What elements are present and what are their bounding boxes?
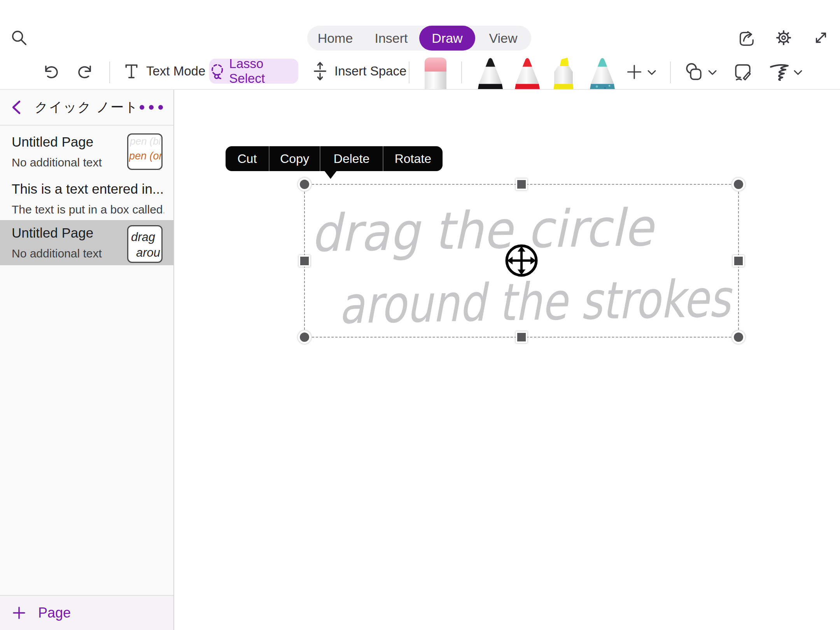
context-menu-pointer bbox=[324, 171, 337, 179]
tab-draw[interactable]: Draw bbox=[419, 26, 475, 51]
resize-handle-bottom-right[interactable] bbox=[732, 331, 745, 344]
top-right-actions bbox=[737, 29, 830, 47]
search-button[interactable] bbox=[10, 29, 28, 47]
chevron-down-icon[interactable] bbox=[707, 69, 718, 77]
page-subtitle: The text is put in a box called... bbox=[12, 203, 164, 216]
shapes-button[interactable] bbox=[684, 61, 705, 82]
resize-handle-bottom-left[interactable] bbox=[298, 331, 311, 344]
insert-space-button[interactable]: Insert Space bbox=[311, 57, 406, 86]
fullscreen-icon[interactable] bbox=[812, 29, 830, 47]
eraser-body bbox=[425, 72, 446, 90]
tab-insert[interactable]: Insert bbox=[363, 26, 419, 51]
svg-text:pen (ora: pen (ora bbox=[129, 150, 163, 162]
resize-handle-left[interactable] bbox=[299, 255, 310, 267]
plus-icon bbox=[12, 606, 26, 620]
share-icon[interactable] bbox=[737, 29, 755, 47]
resize-handle-top-right[interactable] bbox=[732, 178, 745, 191]
page-title: This is a text entered in... bbox=[12, 181, 164, 197]
resize-handle-bottom[interactable] bbox=[516, 331, 527, 343]
insert-space-label: Insert Space bbox=[334, 64, 406, 79]
add-pen-button[interactable] bbox=[626, 64, 642, 80]
ink-effects-button[interactable] bbox=[768, 63, 791, 82]
page-list-sidebar: クイック ノート Untitled Page No additional tex… bbox=[0, 90, 174, 630]
svg-text:arou: arou bbox=[136, 246, 160, 259]
copy-button[interactable]: Copy bbox=[269, 146, 320, 171]
text-mode-label: Text Mode bbox=[146, 64, 205, 79]
resize-handle-top-left[interactable] bbox=[298, 178, 311, 191]
svg-text:pen (bl: pen (bl bbox=[130, 135, 161, 147]
add-page-label: Page bbox=[38, 605, 71, 621]
undo-icon[interactable] bbox=[41, 63, 58, 80]
eraser-tool[interactable] bbox=[425, 58, 446, 90]
page-thumbnail[interactable]: drag arou bbox=[127, 225, 163, 263]
text-mode-icon bbox=[123, 63, 140, 80]
sidebar-header: クイック ノート bbox=[0, 90, 173, 126]
pen-black[interactable] bbox=[473, 57, 508, 90]
back-chevron-icon[interactable] bbox=[10, 100, 23, 115]
page-thumbnail[interactable]: pen (bl pen (ora bbox=[127, 133, 163, 170]
tab-home[interactable]: Home bbox=[307, 26, 363, 51]
page-subtitle: No additional text bbox=[12, 156, 123, 169]
page-list-item[interactable]: This is a text entered in... The text is… bbox=[0, 177, 173, 220]
svg-text:drag: drag bbox=[131, 230, 155, 244]
delete-button[interactable]: Delete bbox=[320, 146, 382, 171]
page-list-item-selected[interactable]: Untitled Page No additional text drag ar… bbox=[0, 220, 173, 265]
more-options-button[interactable] bbox=[138, 104, 164, 110]
note-canvas[interactable]: drag the circle around the strokes bbox=[174, 90, 840, 630]
onenote-app: Home Insert Draw View bbox=[0, 0, 840, 630]
insert-space-icon bbox=[311, 61, 329, 81]
search-icon bbox=[10, 29, 28, 47]
page-title: Untitled Page bbox=[12, 225, 123, 241]
settings-gear-icon[interactable] bbox=[775, 29, 793, 47]
text-mode-button[interactable]: Text Mode bbox=[123, 57, 205, 86]
draw-toolbar: Text Mode Lasso Select Insert Space bbox=[0, 57, 840, 89]
lasso-select-button[interactable]: Lasso Select bbox=[209, 59, 298, 84]
rotate-button[interactable]: Rotate bbox=[383, 146, 443, 171]
redo-icon[interactable] bbox=[78, 63, 95, 80]
highlighter-yellow[interactable] bbox=[546, 57, 581, 90]
eraser-cap bbox=[425, 58, 446, 72]
pen-red[interactable] bbox=[510, 57, 545, 90]
add-page-button[interactable]: Page bbox=[0, 595, 173, 630]
resize-handle-right[interactable] bbox=[733, 255, 744, 267]
toolbar-separator bbox=[461, 61, 462, 83]
page-subtitle: No additional text bbox=[12, 247, 123, 260]
chevron-down-icon[interactable] bbox=[646, 69, 657, 77]
tab-view[interactable]: View bbox=[475, 26, 531, 51]
pen-galaxy[interactable] bbox=[585, 57, 620, 90]
lasso-icon bbox=[209, 62, 225, 80]
move-selection-handle[interactable] bbox=[502, 241, 541, 280]
toolbar-separator bbox=[109, 61, 110, 83]
ink-annotation-button[interactable] bbox=[733, 62, 753, 82]
lasso-select-label: Lasso Select bbox=[229, 56, 298, 86]
cut-button[interactable]: Cut bbox=[226, 146, 269, 171]
toolbar-separator bbox=[670, 61, 671, 83]
resize-handle-top[interactable] bbox=[516, 178, 527, 190]
ribbon-tabs: Home Insert Draw View bbox=[307, 26, 531, 51]
toolbar-separator bbox=[409, 61, 410, 83]
page-title: Untitled Page bbox=[12, 134, 123, 150]
selection-context-menu: Cut Copy Delete Rotate bbox=[226, 146, 443, 171]
page-list-item[interactable]: Untitled Page No additional text pen (bl… bbox=[0, 127, 173, 176]
chevron-down-icon[interactable] bbox=[793, 69, 803, 77]
